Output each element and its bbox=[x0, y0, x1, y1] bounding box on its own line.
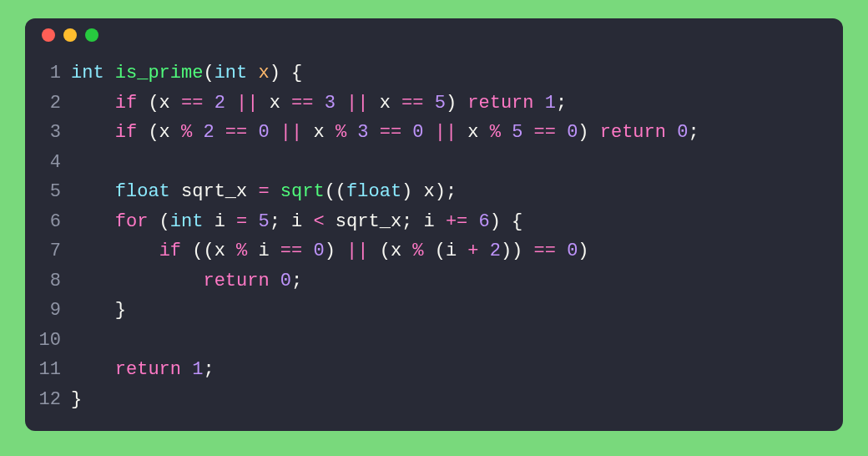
token: sqrt_x; i bbox=[325, 211, 446, 232]
token: if bbox=[115, 93, 137, 114]
token: ; bbox=[203, 359, 214, 380]
token: || bbox=[280, 122, 302, 143]
token: int bbox=[170, 211, 204, 232]
code-line: 6 for (int i = 5; i < sqrt_x; i += 6) { bbox=[25, 207, 843, 237]
token: 0 bbox=[258, 122, 269, 143]
token: sqrt bbox=[280, 181, 325, 202]
token: float bbox=[115, 181, 170, 202]
token: ; i bbox=[270, 211, 314, 232]
code-content: if (x == 2 || x == 3 || x == 5) return 1… bbox=[71, 89, 843, 119]
token: ; bbox=[688, 122, 699, 143]
line-number: 2 bbox=[25, 89, 71, 119]
token: ) bbox=[325, 241, 346, 261]
token: % bbox=[412, 241, 423, 261]
token: ) { bbox=[270, 63, 303, 84]
token: } bbox=[71, 389, 82, 410]
token bbox=[181, 359, 192, 380]
token: i bbox=[247, 241, 280, 261]
token: int bbox=[71, 63, 104, 84]
token: = bbox=[236, 211, 247, 232]
token bbox=[424, 93, 435, 114]
token: == bbox=[225, 122, 247, 143]
line-number: 1 bbox=[25, 58, 71, 89]
minimize-icon[interactable] bbox=[63, 28, 77, 42]
token bbox=[401, 122, 412, 143]
token: % bbox=[181, 122, 192, 143]
token bbox=[522, 122, 533, 143]
token: + bbox=[467, 241, 478, 261]
maximize-icon[interactable] bbox=[85, 28, 98, 42]
line-number: 11 bbox=[25, 355, 71, 385]
token: == bbox=[291, 93, 313, 114]
token bbox=[270, 122, 280, 143]
token bbox=[424, 122, 435, 143]
token bbox=[368, 122, 379, 143]
token: int bbox=[214, 63, 248, 84]
close-icon[interactable] bbox=[42, 28, 55, 42]
token bbox=[666, 122, 677, 143]
token: 2 bbox=[490, 241, 501, 261]
token: is_prime bbox=[115, 63, 204, 84]
token: return bbox=[600, 122, 666, 143]
token bbox=[302, 241, 313, 261]
token: ( bbox=[148, 211, 169, 232]
token bbox=[313, 93, 324, 114]
code-content: int is_prime(int x) { bbox=[71, 58, 843, 89]
code-content bbox=[71, 148, 843, 178]
token bbox=[247, 211, 258, 232]
token: sqrt_x bbox=[170, 181, 259, 202]
code-content: return 1; bbox=[71, 355, 843, 385]
token: i bbox=[203, 211, 236, 232]
token bbox=[556, 241, 567, 261]
token: 5 bbox=[258, 211, 269, 232]
token: == bbox=[181, 93, 203, 114]
token: ) { bbox=[490, 211, 523, 232]
token bbox=[556, 122, 567, 143]
token: (i bbox=[424, 241, 468, 261]
code-line: 7 if ((x % i == 0) || (x % (i + 2)) == 0… bbox=[25, 236, 843, 266]
token: for bbox=[115, 211, 149, 232]
line-number: 8 bbox=[25, 266, 71, 296]
token bbox=[71, 181, 115, 202]
token: ) x); bbox=[401, 181, 457, 202]
token: )) bbox=[501, 241, 534, 261]
token bbox=[71, 241, 159, 261]
token: float bbox=[346, 181, 401, 202]
code-line: 2 if (x == 2 || x == 3 || x == 5) return… bbox=[25, 89, 843, 119]
token: x bbox=[368, 93, 401, 114]
token bbox=[225, 93, 236, 114]
token bbox=[336, 93, 346, 114]
token: % bbox=[236, 241, 247, 261]
line-number: 5 bbox=[25, 177, 71, 207]
line-number: 6 bbox=[25, 207, 71, 237]
token: (( bbox=[325, 181, 346, 202]
token: == bbox=[280, 241, 302, 261]
token: 5 bbox=[435, 93, 446, 114]
token bbox=[270, 181, 280, 202]
token: x bbox=[302, 122, 336, 143]
token bbox=[534, 93, 545, 114]
code-content: if (x % 2 == 0 || x % 3 == 0 || x % 5 ==… bbox=[71, 118, 843, 148]
code-content: for (int i = 5; i < sqrt_x; i += 6) { bbox=[71, 207, 843, 237]
code-line: 3 if (x % 2 == 0 || x % 3 == 0 || x % 5 … bbox=[25, 118, 843, 148]
line-number: 7 bbox=[25, 236, 71, 266]
code-line: 1int is_prime(int x) { bbox=[25, 58, 843, 89]
code-editor[interactable]: 1int is_prime(int x) {2 if (x == 2 || x … bbox=[25, 52, 843, 431]
token: % bbox=[490, 122, 501, 143]
token: x bbox=[258, 63, 269, 84]
token bbox=[247, 122, 258, 143]
token: return bbox=[115, 359, 181, 380]
code-line: 5 float sqrt_x = sqrt((float) x); bbox=[25, 177, 843, 207]
token: 0 bbox=[280, 271, 291, 291]
token: (x bbox=[137, 122, 181, 143]
token: 3 bbox=[325, 93, 336, 114]
token bbox=[247, 63, 258, 84]
code-content: } bbox=[71, 385, 843, 415]
line-number: 12 bbox=[25, 385, 71, 415]
token: || bbox=[346, 93, 368, 114]
token: 0 bbox=[567, 122, 578, 143]
token: 2 bbox=[203, 122, 214, 143]
token bbox=[270, 271, 280, 291]
token: < bbox=[313, 211, 324, 232]
code-content: } bbox=[71, 296, 843, 326]
